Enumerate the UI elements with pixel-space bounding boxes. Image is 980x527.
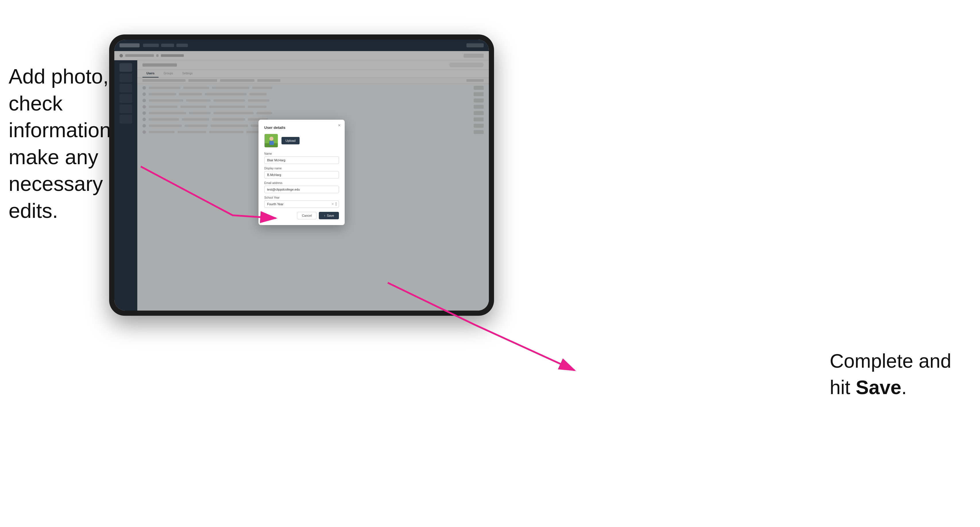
email-label: Email address: [264, 181, 339, 184]
tablet-device: Users Groups Settings: [109, 35, 494, 316]
modal-title: User details: [264, 125, 339, 130]
cancel-button[interactable]: Cancel: [297, 212, 317, 219]
name-input[interactable]: [264, 156, 339, 164]
avatar-image: [264, 134, 278, 148]
modal-overlay: User details ×: [114, 40, 489, 311]
school-year-input[interactable]: [264, 200, 339, 208]
tablet-screen: Users Groups Settings: [114, 40, 489, 311]
email-input[interactable]: [264, 186, 339, 193]
svg-point-2: [269, 137, 274, 141]
email-field-group: Email address: [264, 181, 339, 193]
name-field-group: Name: [264, 152, 339, 164]
clear-icon[interactable]: ×: [331, 202, 334, 206]
modal-footer: Cancel ↑ Save: [264, 212, 339, 219]
chevron-up-down-icon[interactable]: ▲ ▼: [335, 202, 337, 206]
school-year-controls: × ▲ ▼: [331, 202, 337, 206]
display-name-field-group: Display name: [264, 167, 339, 179]
avatar-upload-section: Upload: [264, 134, 339, 148]
school-year-field-group: School Year × ▲ ▼: [264, 196, 339, 208]
avatar: [264, 134, 278, 148]
name-label: Name: [264, 152, 339, 155]
save-button[interactable]: ↑ Save: [319, 212, 339, 219]
upload-photo-button[interactable]: Upload: [282, 137, 299, 144]
annotation-right-text: Complete and hit Save.: [830, 348, 951, 401]
user-details-modal: User details ×: [258, 120, 345, 225]
display-name-label: Display name: [264, 167, 339, 170]
save-icon: ↑: [324, 214, 325, 217]
modal-close-button[interactable]: ×: [338, 123, 340, 128]
display-name-input[interactable]: [264, 171, 339, 179]
school-year-label: School Year: [264, 196, 339, 199]
svg-rect-3: [269, 141, 274, 145]
